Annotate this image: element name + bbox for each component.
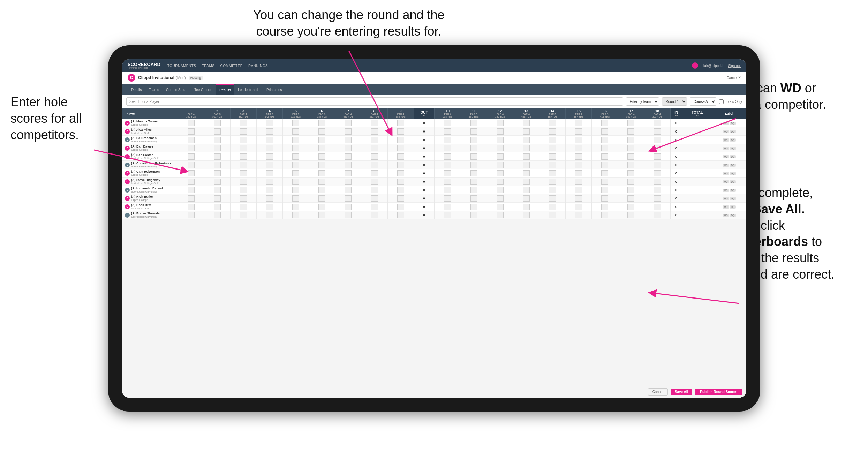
hole-7-input[interactable] bbox=[345, 170, 352, 176]
hole-17-input[interactable] bbox=[627, 170, 634, 176]
scorecard-wrapper[interactable]: Player 1PAR 4340 YDS 2PAR 5511 YDS 3PAR … bbox=[122, 108, 746, 386]
hole-2-score[interactable] bbox=[204, 161, 230, 169]
hole-16-score[interactable] bbox=[592, 211, 618, 219]
hole-5-input[interactable] bbox=[292, 195, 299, 202]
dq-button[interactable]: DQ bbox=[730, 180, 736, 183]
tab-tee-groups[interactable]: Tee Groups bbox=[191, 84, 216, 95]
wd-button[interactable]: WD bbox=[723, 172, 729, 175]
hole-5-score[interactable] bbox=[283, 136, 309, 144]
hole-18-score[interactable] bbox=[644, 144, 670, 152]
hole-6-score[interactable] bbox=[309, 119, 335, 127]
hole-9-score[interactable] bbox=[387, 161, 414, 169]
hole-7-input[interactable] bbox=[345, 187, 352, 193]
hole-17-score[interactable] bbox=[618, 127, 644, 136]
hole-18-input[interactable] bbox=[654, 128, 661, 135]
hole-16-score[interactable] bbox=[592, 144, 618, 152]
nav-rankings[interactable]: RANKINGS bbox=[248, 64, 268, 68]
hole-12-input[interactable] bbox=[497, 170, 504, 176]
wd-button[interactable]: WD bbox=[723, 205, 729, 209]
hole-5-input[interactable] bbox=[292, 187, 299, 193]
hole-7-input[interactable] bbox=[345, 128, 352, 135]
hole-17-score[interactable] bbox=[618, 161, 644, 169]
hole-4-input[interactable] bbox=[266, 187, 273, 193]
hole-6-score[interactable] bbox=[309, 127, 335, 136]
hole-5-input[interactable] bbox=[292, 153, 299, 160]
hole-2-input[interactable] bbox=[214, 187, 221, 193]
hole-12-input[interactable] bbox=[497, 137, 504, 143]
hole-15-score[interactable] bbox=[566, 119, 592, 127]
hole-6-input[interactable] bbox=[318, 187, 325, 193]
hole-12-score[interactable] bbox=[487, 161, 513, 169]
hole-3-input[interactable] bbox=[240, 212, 247, 218]
hole-7-score[interactable] bbox=[335, 178, 361, 186]
hole-5-score[interactable] bbox=[283, 203, 309, 211]
hole-18-input[interactable] bbox=[654, 195, 661, 202]
hole-12-input[interactable] bbox=[497, 204, 504, 210]
wd-button[interactable]: WD bbox=[723, 122, 729, 125]
hole-10-score[interactable] bbox=[435, 136, 461, 144]
hole-10-score[interactable] bbox=[435, 211, 461, 219]
hole-10-input[interactable] bbox=[444, 195, 451, 202]
hole-15-input[interactable] bbox=[575, 187, 582, 193]
hole-14-input[interactable] bbox=[549, 204, 556, 210]
hole-3-score[interactable] bbox=[230, 186, 256, 194]
hole-18-score[interactable] bbox=[644, 186, 670, 194]
hole-10-input[interactable] bbox=[444, 170, 451, 176]
hole-14-score[interactable] bbox=[539, 119, 565, 127]
hole-11-score[interactable] bbox=[461, 119, 487, 127]
hole-8-input[interactable] bbox=[371, 212, 378, 218]
hole-10-score[interactable] bbox=[435, 119, 461, 127]
hole-5-input[interactable] bbox=[292, 120, 299, 126]
dq-button[interactable]: DQ bbox=[730, 138, 736, 142]
hole-2-score[interactable] bbox=[204, 178, 230, 186]
hole-1-score[interactable] bbox=[178, 194, 204, 203]
hole-16-score[interactable] bbox=[592, 178, 618, 186]
hole-5-input[interactable] bbox=[292, 128, 299, 135]
hole-15-score[interactable] bbox=[566, 178, 592, 186]
hole-16-input[interactable] bbox=[601, 120, 608, 126]
hole-10-score[interactable] bbox=[435, 169, 461, 178]
hole-8-input[interactable] bbox=[371, 137, 378, 143]
hole-13-input[interactable] bbox=[523, 212, 530, 218]
hole-12-input[interactable] bbox=[497, 162, 504, 168]
hole-3-score[interactable] bbox=[230, 144, 256, 152]
hole-2-input[interactable] bbox=[214, 179, 221, 185]
hole-16-score[interactable] bbox=[592, 169, 618, 178]
hole-13-input[interactable] bbox=[523, 137, 530, 143]
hole-18-score[interactable] bbox=[644, 169, 670, 178]
hole-13-input[interactable] bbox=[523, 204, 530, 210]
hole-7-input[interactable] bbox=[345, 179, 352, 185]
hole-8-score[interactable] bbox=[361, 169, 387, 178]
hole-3-input[interactable] bbox=[240, 170, 247, 176]
hole-11-input[interactable] bbox=[470, 179, 477, 185]
hole-9-input[interactable] bbox=[397, 187, 404, 193]
nav-teams[interactable]: TEAMS bbox=[202, 64, 214, 68]
hole-14-input[interactable] bbox=[549, 187, 556, 193]
hole-11-input[interactable] bbox=[470, 195, 477, 202]
wd-button[interactable]: WD bbox=[723, 197, 729, 200]
hole-10-input[interactable] bbox=[444, 120, 451, 126]
hole-15-input[interactable] bbox=[575, 128, 582, 135]
hole-4-input[interactable] bbox=[266, 145, 273, 151]
hole-11-input[interactable] bbox=[470, 187, 477, 193]
wd-button[interactable]: WD bbox=[723, 147, 729, 150]
hole-12-input[interactable] bbox=[497, 187, 504, 193]
hole-16-score[interactable] bbox=[592, 161, 618, 169]
hole-9-score[interactable] bbox=[387, 178, 414, 186]
hole-16-score[interactable] bbox=[592, 119, 618, 127]
hole-3-score[interactable] bbox=[230, 152, 256, 161]
hole-8-input[interactable] bbox=[371, 153, 378, 160]
hole-4-score[interactable] bbox=[256, 161, 282, 169]
hole-1-score[interactable] bbox=[178, 136, 204, 144]
hole-14-score[interactable] bbox=[539, 136, 565, 144]
hole-2-input[interactable] bbox=[214, 153, 221, 160]
hole-18-input[interactable] bbox=[654, 170, 661, 176]
hole-13-input[interactable] bbox=[523, 145, 530, 151]
hole-12-score[interactable] bbox=[487, 127, 513, 136]
hole-18-input[interactable] bbox=[654, 153, 661, 160]
hole-2-input[interactable] bbox=[214, 170, 221, 176]
hole-12-score[interactable] bbox=[487, 119, 513, 127]
hole-9-input[interactable] bbox=[397, 162, 404, 168]
hole-18-input[interactable] bbox=[654, 145, 661, 151]
hole-17-score[interactable] bbox=[618, 186, 644, 194]
